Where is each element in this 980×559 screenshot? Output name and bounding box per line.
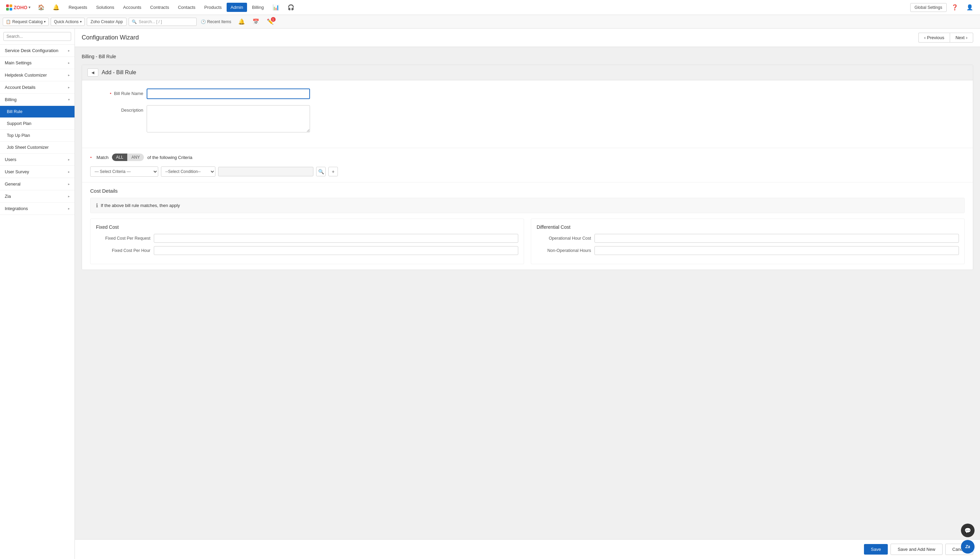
add-criteria-button[interactable]: + [328, 167, 338, 176]
fixed-cost-per-hour-input[interactable] [154, 246, 518, 255]
chevron-right-icon: › [966, 35, 967, 40]
sidebar-item-support-plan[interactable]: Support Plan [0, 118, 74, 130]
quick-actions-label: Quick Actions [54, 20, 79, 24]
nav-billing[interactable]: Billing [248, 3, 268, 12]
sidebar-item-label: Service Desk Configuration [5, 48, 59, 53]
top-navigation: ZOHO ▾ 🏠 🔔 Requests Solutions Accounts C… [0, 0, 980, 15]
description-textarea[interactable] [147, 105, 310, 132]
match-required-dot: • [90, 155, 92, 160]
nav-requests[interactable]: Requests [64, 3, 91, 12]
chevron-left-icon: ‹ [924, 35, 926, 40]
previous-label: Previous [927, 35, 944, 40]
chevron-right-icon: ▸ [68, 194, 70, 198]
sidebar-item-label: Top Up Plan [7, 133, 30, 138]
criteria-select[interactable]: --- Select Criteria --- [90, 167, 158, 177]
chevron-right-icon: ▸ [68, 182, 70, 186]
search-bar[interactable]: 🔍 Search... [ / ] [129, 18, 197, 26]
match-any-button[interactable]: ANY [127, 154, 144, 161]
nav-contracts[interactable]: Contracts [146, 3, 173, 12]
task-icon[interactable]: 📅 [250, 17, 262, 26]
next-button[interactable]: Next › [950, 33, 973, 43]
operational-hour-cost-row: Operational Hour Cost [536, 234, 959, 243]
save-add-new-button[interactable]: Save and Add New [891, 544, 942, 555]
match-row: • Match ALL ANY of the following Criteri… [90, 154, 965, 161]
chat-button[interactable]: 💬 [961, 524, 975, 537]
chevron-right-icon: ▸ [68, 73, 70, 77]
sidebar-item-label: Billing [5, 97, 16, 102]
save-button[interactable]: Save [864, 544, 888, 554]
sidebar-item-user-survey[interactable]: User Survey ▸ [0, 166, 74, 178]
cost-info-text: If the above bill rule matches, then app… [101, 203, 180, 208]
wizard-header: Configuration Wizard ‹ Previous Next › [75, 28, 980, 47]
sidebar-item-top-up-plan[interactable]: Top Up Plan [0, 130, 74, 142]
fixed-cost-title: Fixed Cost [96, 224, 518, 230]
sidebar-item-integrations[interactable]: Integrations ▸ [0, 203, 74, 215]
back-button[interactable]: ◄ [87, 68, 98, 77]
quick-actions-dropdown-icon: ▾ [80, 20, 82, 23]
search-criteria-button[interactable]: 🔍 [316, 167, 326, 176]
nav-items: Requests Solutions Accounts Contracts Co… [64, 3, 268, 12]
chevron-right-icon: ▸ [68, 158, 70, 161]
sidebar: Service Desk Configuration ▸ Main Settin… [0, 28, 75, 559]
form-body: • Bill Rule Name Description [82, 80, 973, 148]
sidebar-item-service-desk[interactable]: Service Desk Configuration ▸ [0, 45, 74, 57]
sidebar-item-helpdesk[interactable]: Helpdesk Customizer ▸ [0, 69, 74, 81]
chart-icon[interactable]: 📊 [269, 2, 283, 13]
sidebar-item-label: Bill Rule [7, 109, 23, 114]
headset-icon[interactable]: 🎧 [284, 2, 298, 13]
condition-select[interactable]: --Select Condition-- [161, 167, 215, 177]
nav-contacts[interactable]: Contacts [174, 3, 200, 12]
form-card-header: ◄ Add - Bill Rule [82, 65, 973, 80]
non-operational-hours-label: Non-Operational Hours [536, 248, 591, 253]
description-row: Description [96, 105, 959, 134]
profile-icon[interactable]: 👤 [963, 2, 977, 13]
nav-admin[interactable]: Admin [227, 3, 247, 12]
nav-accounts[interactable]: Accounts [119, 3, 145, 12]
sidebar-search-input[interactable] [3, 32, 71, 41]
match-criteria-section: • Match ALL ANY of the following Criteri… [82, 148, 973, 182]
recent-items-label: Recent Items [207, 20, 231, 24]
form-card: ◄ Add - Bill Rule • Bill Rule Name [82, 64, 973, 270]
sidebar-item-zia[interactable]: Zia ▸ [0, 190, 74, 203]
sidebar-item-users[interactable]: Users ▸ [0, 154, 74, 166]
previous-button[interactable]: ‹ Previous [918, 33, 950, 43]
sidebar-item-main-settings[interactable]: Main Settings ▸ [0, 57, 74, 69]
help-icon[interactable]: ❓ [948, 2, 962, 13]
operational-hour-cost-label: Operational Hour Cost [536, 236, 591, 241]
form-container: Billing - Bill Rule ◄ Add - Bill Rule • … [75, 47, 980, 277]
notifications-icon[interactable]: 🔔 [49, 2, 63, 13]
bill-rule-name-field-container [147, 89, 310, 99]
sidebar-item-billing[interactable]: Billing ▾ [0, 94, 74, 106]
sidebar-item-account-details[interactable]: Account Details ▸ [0, 81, 74, 94]
catalog-dropdown-icon: ▾ [44, 20, 46, 23]
main-content: Configuration Wizard ‹ Previous Next › B… [75, 28, 980, 559]
chevron-right-icon: ▸ [68, 86, 70, 89]
differential-cost-group: Differential Cost Operational Hour Cost … [531, 218, 965, 264]
sidebar-item-general[interactable]: General ▸ [0, 178, 74, 190]
operational-hour-cost-input[interactable] [594, 234, 959, 243]
fixed-cost-per-request-input[interactable] [154, 234, 518, 243]
quick-actions-button[interactable]: Quick Actions ▾ [51, 18, 85, 26]
criteria-value-input[interactable] [218, 167, 313, 176]
logo-dropdown-icon: ▾ [28, 5, 30, 9]
edit-icon[interactable]: ✏️ 1 [264, 17, 276, 26]
bill-rule-name-label: • Bill Rule Name [96, 89, 143, 96]
request-catalog-button[interactable]: 📋 Request Catalog ▾ [3, 18, 49, 26]
sidebar-item-bill-rule[interactable]: Bill Rule [0, 106, 74, 118]
match-all-button[interactable]: ALL [112, 154, 127, 161]
home-icon[interactable]: 🏠 [35, 2, 48, 13]
global-settings-button[interactable]: Global Settings [910, 3, 947, 12]
zoho-creator-button[interactable]: Zoho Creator App [87, 18, 127, 26]
sidebar-item-label: General [5, 182, 20, 187]
of-following-label: of the following Criteria [147, 155, 192, 160]
bell-icon[interactable]: 🔔 [236, 17, 248, 26]
bill-rule-name-input[interactable] [147, 89, 310, 99]
sidebar-item-job-sheet[interactable]: Job Sheet Customizer [0, 142, 74, 154]
nav-products[interactable]: Products [200, 3, 226, 12]
zoho-logo[interactable]: ZOHO ▾ [3, 5, 33, 10]
criteria-row: --- Select Criteria --- --Select Conditi… [90, 167, 965, 177]
recent-items-button[interactable]: 🕐 Recent Items [199, 18, 233, 26]
zia-button[interactable]: Za [961, 540, 975, 554]
nav-solutions[interactable]: Solutions [92, 3, 118, 12]
non-operational-hours-input[interactable] [594, 246, 959, 255]
